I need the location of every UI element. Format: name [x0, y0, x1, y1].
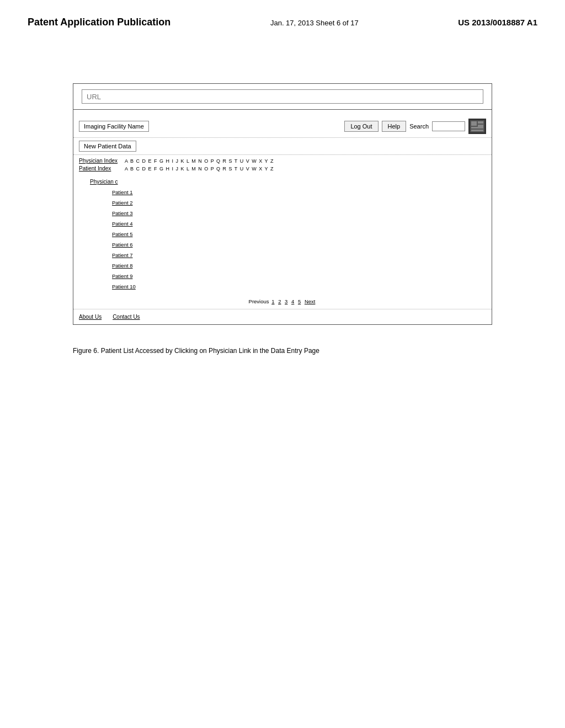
patent-title: Patent Application Publication	[28, 17, 170, 28]
list-item: Patient 8	[112, 260, 486, 270]
patient-link[interactable]: Patient 4	[112, 221, 133, 227]
pagination-page[interactable]: 2	[278, 298, 281, 304]
pagination-page[interactable]: 4	[291, 298, 294, 304]
patient-link[interactable]: Patient 9	[112, 273, 133, 279]
new-patient-data[interactable]: New Patient Data	[79, 141, 136, 152]
pagination-next[interactable]: Next	[305, 298, 316, 304]
patient-link[interactable]: Patient 7	[112, 252, 133, 258]
search-input[interactable]	[432, 121, 465, 131]
pagination-page[interactable]: 1	[271, 298, 274, 304]
second-row: New Patient Data	[73, 138, 492, 155]
logo-icon	[468, 119, 486, 134]
physician-index-letters[interactable]: A B C D E F G H I J K L M N O P Q R S T …	[125, 158, 274, 164]
physician-section: Physician c Patient 1Patient 2Patient 3P…	[73, 176, 492, 294]
footer-links: About Us Contact Us	[73, 309, 492, 324]
list-item: Patient 3	[112, 207, 486, 217]
patient-list: Patient 1Patient 2Patient 3Patient 4Pati…	[90, 186, 486, 291]
list-item: Patient 7	[112, 249, 486, 259]
svg-rect-2	[478, 121, 483, 124]
pagination-page[interactable]: 5	[298, 298, 301, 304]
browser-mockup: Imaging Facility Name Log Out Help Searc…	[73, 83, 492, 325]
main-content: Imaging Facility Name Log Out Help Searc…	[0, 39, 565, 366]
facility-name: Imaging Facility Name	[79, 121, 149, 132]
patent-header: Patent Application Publication Jan. 17, …	[0, 0, 565, 39]
list-item: Patient 10	[112, 281, 486, 291]
patient-link[interactable]: Patient 3	[112, 210, 133, 216]
patient-link[interactable]: Patient 1	[112, 189, 133, 195]
pagination-previous: Previous	[249, 298, 269, 304]
list-item: Patient 5	[112, 228, 486, 238]
url-bar-area	[73, 84, 492, 110]
physician-label: Physician c	[90, 179, 486, 185]
top-nav: Imaging Facility Name Log Out Help Searc…	[73, 115, 492, 138]
patient-link[interactable]: Patient 6	[112, 242, 133, 248]
help-button[interactable]: Help	[382, 121, 407, 132]
patient-index-row: Patient Index A B C D E F G H I J K L M …	[79, 165, 486, 172]
physician-index-row: Physician Index A B C D E F G H I J K L …	[79, 158, 486, 164]
physician-index-label[interactable]: Physician Index	[79, 158, 120, 164]
patient-link[interactable]: Patient 8	[112, 263, 133, 269]
about-us-link[interactable]: About Us	[79, 314, 102, 320]
patient-index-letters[interactable]: A B C D E F G H I J K L M N O P Q R S T …	[125, 166, 274, 172]
logout-button[interactable]: Log Out	[344, 121, 378, 132]
patient-index-label[interactable]: Patient Index	[79, 165, 120, 172]
svg-rect-4	[471, 127, 483, 129]
search-label: Search	[409, 123, 429, 130]
url-input[interactable]	[82, 89, 483, 104]
app-area: Imaging Facility Name Log Out Help Searc…	[73, 110, 492, 324]
patent-meta: Jan. 17, 2013 Sheet 6 of 17	[270, 19, 359, 27]
pagination: Previous 1 2 3 4 5 Next	[73, 294, 492, 309]
patent-number: US 2013/0018887 A1	[458, 18, 537, 27]
figure-caption: Figure 6. Patient List Accessed by Click…	[73, 347, 492, 355]
list-item: Patient 2	[112, 197, 486, 207]
patient-link[interactable]: Patient 10	[112, 283, 136, 290]
list-item: Patient 4	[112, 218, 486, 228]
patient-link[interactable]: Patient 2	[112, 200, 133, 206]
pagination-page[interactable]: 3	[285, 298, 287, 304]
svg-rect-1	[471, 121, 477, 126]
svg-rect-5	[471, 130, 483, 131]
list-item: Patient 6	[112, 239, 486, 249]
contact-us-link[interactable]: Contact Us	[113, 314, 140, 320]
list-item: Patient 9	[112, 270, 486, 280]
patient-link[interactable]: Patient 5	[112, 231, 133, 237]
list-item: Patient 1	[112, 186, 486, 196]
index-section: Physician Index A B C D E F G H I J K L …	[73, 155, 492, 176]
svg-rect-3	[478, 125, 483, 127]
